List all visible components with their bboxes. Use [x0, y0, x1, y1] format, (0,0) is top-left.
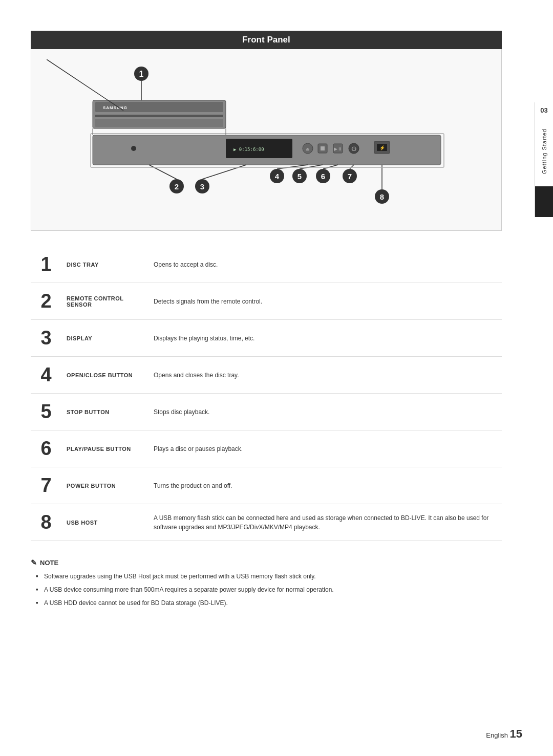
section-number: 03	[536, 102, 551, 118]
svg-text:▶ 0:15:6:00: ▶ 0:15:6:00	[233, 147, 264, 152]
item-description: A USB memory flash stick can be connecte…	[148, 504, 502, 541]
item-label: STOP BUTTON	[61, 394, 148, 430]
svg-text:▶⏸: ▶⏸	[334, 146, 342, 152]
note-section: ✎ NOTE Software upgrades using the USB H…	[31, 553, 502, 608]
table-row: 8 USB HOST A USB memory flash stick can …	[31, 504, 502, 541]
diagram-area: 1 SAMSUNG ▶ 0:15:6:00	[31, 49, 502, 231]
item-description: Turns the product on and off.	[148, 467, 502, 504]
svg-rect-6	[95, 115, 223, 117]
items-table: 1 DISC TRAY Opens to accept a disc. 2 RE…	[31, 246, 502, 541]
note-list: Software upgrades using the USB Host jac…	[31, 572, 502, 608]
side-tab: 03 Getting Started	[535, 102, 553, 217]
item-number: 5	[31, 394, 61, 430]
item-description: Stops disc playback.	[148, 394, 502, 430]
item-number: 3	[31, 320, 61, 357]
item-label: USB HOST	[61, 504, 148, 541]
item-number: 4	[31, 357, 61, 394]
item-number: 6	[31, 430, 61, 467]
svg-text:SAMSUNG: SAMSUNG	[103, 105, 127, 110]
table-row: 4 OPEN/CLOSE BUTTON Opens and closes the…	[31, 357, 502, 394]
svg-rect-7	[95, 119, 223, 127]
table-row: 2 REMOTE CONTROL SENSOR Detects signals …	[31, 283, 502, 320]
table-row: 5 STOP BUTTON Stops disc playback.	[31, 394, 502, 430]
item-description: Opens to accept a disc.	[148, 246, 502, 283]
svg-text:4: 4	[275, 172, 280, 181]
device-diagram: 1 SAMSUNG ▶ 0:15:6:00	[47, 59, 487, 213]
item-label: DISPLAY	[61, 320, 148, 357]
item-description: Plays a disc or pauses playback.	[148, 430, 502, 467]
svg-text:7: 7	[348, 172, 352, 181]
svg-line-29	[202, 165, 246, 179]
note-item: Software upgrades using the USB Host jac…	[36, 572, 502, 581]
svg-rect-15	[321, 146, 325, 150]
svg-line-41	[350, 165, 354, 169]
svg-text:5: 5	[297, 172, 302, 181]
language-label: English	[486, 731, 508, 739]
svg-text:1: 1	[139, 70, 144, 78]
table-row: 6 PLAY/PAUSE BUTTON Plays a disc or paus…	[31, 430, 502, 467]
svg-line-26	[149, 165, 177, 179]
item-number: 2	[31, 283, 61, 320]
item-number: 7	[31, 467, 61, 504]
item-number: 8	[31, 504, 61, 541]
item-label: PLAY/PAUSE BUTTON	[61, 430, 148, 467]
section-label: Getting Started	[537, 118, 551, 184]
item-description: Opens and closes the disc tray.	[148, 357, 502, 394]
svg-text:3: 3	[200, 182, 204, 191]
svg-text:2: 2	[175, 182, 179, 191]
svg-text:⚡: ⚡	[379, 145, 386, 151]
svg-text:⏻: ⏻	[351, 146, 356, 152]
item-description: Detects signals from the remote control.	[148, 283, 502, 320]
svg-text:⏏: ⏏	[306, 147, 310, 152]
table-row: 1 DISC TRAY Opens to accept a disc.	[31, 246, 502, 283]
side-tab-accent	[535, 186, 554, 217]
page-footer: English 15	[486, 727, 522, 741]
note-title-text: NOTE	[40, 559, 58, 567]
table-row: 3 DISPLAY Displays the playing status, t…	[31, 320, 502, 357]
svg-line-38	[323, 165, 338, 169]
item-label: OPEN/CLOSE BUTTON	[61, 357, 148, 394]
note-icon: ✎	[31, 558, 37, 567]
item-label: POWER BUTTON	[61, 467, 148, 504]
note-item: A USB HDD device cannot be used for BD D…	[36, 598, 502, 608]
item-description: Displays the playing status, time, etc.	[148, 320, 502, 357]
note-item: A USB device consuming more than 500mA r…	[36, 585, 502, 594]
svg-text:8: 8	[380, 192, 384, 201]
item-number: 1	[31, 246, 61, 283]
section-header: Front Panel	[31, 31, 502, 49]
item-label: REMOTE CONTROL SENSOR	[61, 283, 148, 320]
page-number: 15	[510, 727, 522, 740]
table-row: 7 POWER BUTTON Turns the product on and …	[31, 467, 502, 504]
svg-text:6: 6	[321, 172, 325, 181]
item-label: DISC TRAY	[61, 246, 148, 283]
svg-point-23	[131, 146, 136, 151]
svg-line-8	[47, 59, 123, 111]
